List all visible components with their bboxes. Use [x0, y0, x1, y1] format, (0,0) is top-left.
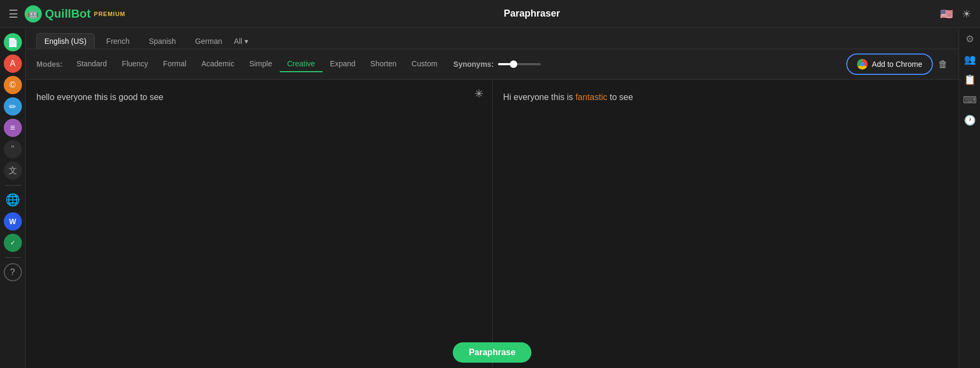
sidebar-item-paraphraser[interactable]: 📄: [4, 33, 22, 51]
snowflake-icon[interactable]: ✳: [474, 87, 484, 100]
logo-area: 🤖 QuillBot PREMIUM: [25, 5, 126, 22]
content-area: English (US) French Spanish German All ▾…: [26, 28, 959, 368]
chrome-icon: [857, 59, 868, 70]
doc-icon[interactable]: 📋: [964, 74, 976, 86]
trash-icon[interactable]: 🗑: [938, 59, 948, 70]
page-title: Paraphraser: [126, 8, 939, 19]
lang-tab-french[interactable]: French: [99, 34, 137, 49]
keyboard-icon[interactable]: ⌨: [963, 94, 977, 106]
modes-label: Modes:: [36, 60, 63, 68]
sidebar-divider-2: [5, 257, 21, 258]
modes-bar: Modes: Standard Fluency Formal Academic …: [26, 49, 959, 80]
output-text-suffix: to see: [607, 93, 633, 102]
right-sidebar: ⚙ 👥 📋 ⌨ 🕐: [959, 28, 980, 368]
mode-shorten[interactable]: Shorten: [363, 56, 404, 72]
flag-icon[interactable]: 🇺🇸: [938, 6, 954, 22]
sidebar-item-summarizer[interactable]: ✏: [4, 97, 22, 116]
mode-creative[interactable]: Creative: [280, 56, 323, 72]
sidebar-item-citation[interactable]: ": [4, 140, 22, 158]
slider-thumb[interactable]: [510, 60, 517, 68]
output-text: Hi everyone this is fantastic to see: [503, 90, 948, 104]
mode-standard[interactable]: Standard: [69, 56, 114, 72]
left-sidebar: 📄 A © ✏ ≡ " 文 🌐 W ✓ ?: [0, 28, 26, 368]
sidebar-item-chrome[interactable]: 🌐: [4, 191, 22, 209]
synonyms-slider[interactable]: [498, 63, 541, 65]
history-icon[interactable]: 🕐: [964, 114, 976, 126]
slider-fill: [498, 63, 511, 65]
sidebar-item-word[interactable]: W: [4, 212, 22, 231]
topbar-left: ☰ 🤖 QuillBot PREMIUM: [9, 5, 126, 22]
mode-academic[interactable]: Academic: [194, 56, 241, 72]
add-to-chrome-label: Add to Chrome: [872, 60, 922, 68]
premium-badge: PREMIUM: [94, 11, 126, 17]
main-layout: 📄 A © ✏ ≡ " 文 🌐 W ✓ ? English (US) Frenc…: [0, 28, 980, 368]
lang-tab-german[interactable]: German: [188, 34, 230, 49]
sidebar-item-docs[interactable]: ✓: [4, 234, 22, 252]
sidebar-item-translate[interactable]: 文: [4, 162, 22, 180]
menu-icon[interactable]: ☰: [9, 7, 18, 20]
people-icon[interactable]: 👥: [964, 53, 976, 65]
sidebar-item-humanizer[interactable]: ©: [4, 76, 22, 94]
add-to-chrome-button[interactable]: Add to Chrome: [846, 53, 933, 75]
sidebar-item-grammar[interactable]: A: [4, 55, 22, 73]
lang-tab-english[interactable]: English (US): [36, 33, 95, 49]
editors-area: hello everyone this is good to see ✳ Hi …: [26, 80, 959, 368]
synonyms-section: Synonyms:: [454, 60, 541, 68]
logo-text: QuillBot: [45, 7, 91, 21]
mode-expand[interactable]: Expand: [323, 56, 363, 72]
quillbot-logo-icon: 🤖: [25, 5, 42, 22]
theme-toggle-icon[interactable]: ☀: [962, 7, 971, 20]
sidebar-help-icon[interactable]: ?: [4, 263, 22, 281]
input-text: hello everyone this is good to see: [36, 90, 481, 104]
topbar: ☰ 🤖 QuillBot PREMIUM Paraphraser 🇺🇸 ☀: [0, 0, 980, 28]
language-bar: English (US) French Spanish German All ▾: [26, 28, 959, 49]
sidebar-divider: [5, 185, 21, 186]
synonyms-label: Synonyms:: [454, 60, 494, 68]
output-text-prefix: Hi everyone this is: [503, 93, 576, 102]
highlighted-word: fantastic: [576, 93, 608, 102]
mode-custom[interactable]: Custom: [404, 56, 445, 72]
left-editor[interactable]: hello everyone this is good to see ✳: [26, 80, 492, 368]
lang-tab-spanish[interactable]: Spanish: [141, 34, 183, 49]
topbar-right: 🇺🇸 ☀: [938, 6, 971, 22]
right-editor: Hi everyone this is fantastic to see: [493, 80, 959, 368]
mode-formal[interactable]: Formal: [156, 56, 194, 72]
paraphrase-button[interactable]: Paraphrase: [453, 342, 531, 363]
sidebar-item-writer[interactable]: ≡: [4, 119, 22, 137]
mode-simple[interactable]: Simple: [242, 56, 280, 72]
mode-fluency[interactable]: Fluency: [114, 56, 156, 72]
lang-all-dropdown[interactable]: All ▾: [234, 37, 248, 45]
settings-icon[interactable]: ⚙: [966, 33, 974, 45]
